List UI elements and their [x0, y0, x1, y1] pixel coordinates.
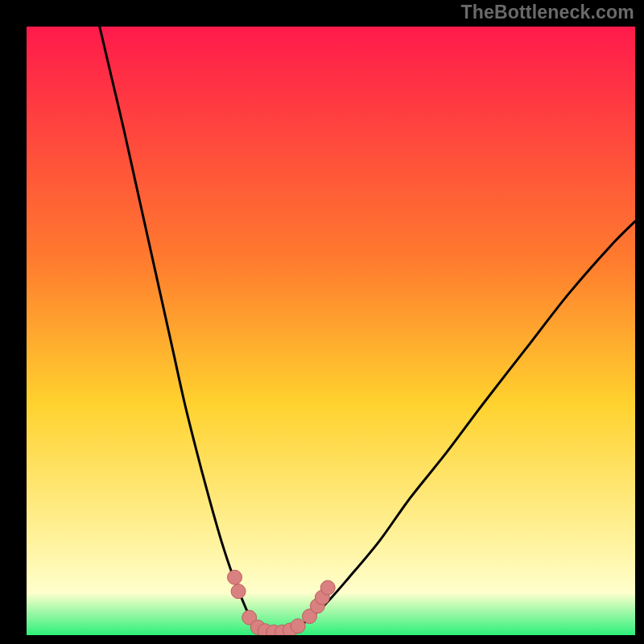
plot-area	[27, 27, 635, 635]
watermark-text: TheBottleneck.com	[460, 2, 634, 23]
curve-marker	[320, 580, 335, 595]
gradient-background	[27, 27, 635, 635]
curve-marker	[231, 584, 246, 599]
chart-svg	[27, 27, 635, 635]
chart-frame: TheBottleneck.com	[0, 0, 644, 644]
curve-marker	[228, 570, 242, 584]
curve-marker	[291, 619, 305, 634]
